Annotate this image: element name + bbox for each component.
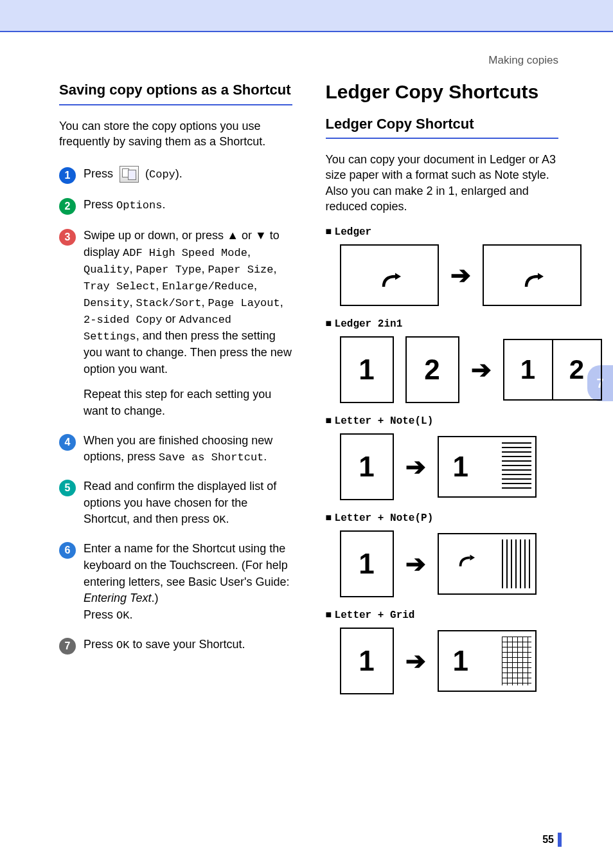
step-2: 2 Press Options. [59, 197, 292, 215]
top-accent-band [0, 0, 613, 32]
arrow-right-icon: ➔ [471, 356, 492, 384]
options-label: Options [116, 199, 162, 212]
label-letter-note-p: Letter + Note(P) [326, 512, 559, 524]
opt-2sided: 2-sided Copy [84, 314, 162, 326]
arrow-right-icon: ➔ [405, 453, 426, 481]
heading-rule [326, 138, 559, 139]
left-heading: Saving copy options as a Shortcut [59, 81, 292, 99]
step7-tail: to save your Shortcut. [129, 638, 245, 651]
opt-stack: Stack/Sort [136, 297, 201, 309]
page-1: 1 [340, 628, 394, 694]
step1-press: Press [84, 167, 116, 180]
arrow-right-icon: ➔ [405, 647, 426, 675]
step-bullet: 6 [59, 542, 76, 559]
save-as-shortcut: Save as Shortcut [159, 451, 263, 464]
page-with-grid: 1 [438, 630, 537, 692]
press: Press [84, 608, 116, 621]
or: or [238, 229, 255, 242]
num-1: 1 [453, 451, 468, 483]
comma: , [155, 279, 162, 292]
step-bullet: 1 [59, 167, 76, 184]
step-bullet: 4 [59, 434, 76, 451]
page-with-lines-h: 1 [438, 436, 537, 498]
opt-layout: Page Layout [208, 297, 280, 309]
copy-icon [120, 166, 139, 183]
or2: or [162, 312, 179, 325]
closeparen: .) [151, 592, 158, 604]
step5-text: Read and confirm the displayed list of o… [84, 480, 276, 525]
opt-paper-type: Paper Type [136, 264, 201, 276]
label-letter-grid: Letter + Grid [326, 609, 559, 621]
ok-label: OK [213, 514, 226, 526]
svg-marker-2 [470, 555, 475, 561]
step-5: 5 Read and confirm the displayed list of… [59, 478, 292, 528]
opt-quality: Quality [84, 264, 129, 276]
left-column: Saving copy options as a Shortcut You ca… [59, 81, 292, 694]
label-letter-note-l: Letter + Note(L) [326, 415, 559, 427]
dot: . [263, 450, 267, 463]
right-column: Ledger Copy Shortcuts Ledger Copy Shortc… [326, 81, 559, 694]
right-intro: You can copy your document in Ledger or … [326, 152, 559, 214]
opt-enlarge: Enlarge/Reduce [162, 280, 254, 293]
diagram-letter-note-l: 1 ➔ 1 [326, 433, 559, 500]
comma: , [254, 279, 257, 292]
rotated-arrow-icon [456, 548, 475, 580]
svg-marker-1 [538, 273, 544, 280]
section-header: Making copies [59, 54, 558, 67]
step3-repeat: Repeat this step for each setting you wa… [84, 388, 271, 417]
press: Press [84, 638, 116, 651]
dot: . [226, 512, 229, 525]
half-2: 2 [553, 339, 602, 401]
intro-text: You can store the copy options you use f… [59, 118, 292, 150]
diagram-letter-grid: 1 ➔ 1 [326, 628, 559, 694]
half-1: 1 [503, 339, 553, 401]
page-landscape [340, 244, 439, 306]
num-1: 1 [453, 645, 468, 677]
label-ledger: Ledger [326, 226, 559, 238]
right-h1: Ledger Copy Shortcuts [326, 81, 559, 103]
step-1: 1 Press (Copy). [59, 166, 292, 184]
arrow-right-icon: ➔ [405, 550, 426, 578]
opt-density: Density [84, 297, 129, 309]
step-3: 3 Swipe up or down, or press ▲ or ▼ to d… [59, 228, 292, 419]
step2-press: Press [84, 198, 116, 211]
comma: , [247, 246, 251, 258]
page-landscape [483, 244, 582, 306]
diagram-letter-note-p: 1 ➔ [326, 530, 559, 597]
right-h2: Ledger Copy Shortcut [326, 116, 559, 132]
page-1: 1 [340, 433, 394, 500]
label-ledger2in1: Ledger 2in1 [326, 318, 559, 330]
comma: , [274, 262, 277, 275]
comma: , [129, 296, 136, 309]
step-bullet: 5 [59, 480, 76, 496]
svg-marker-0 [395, 273, 401, 280]
step-6: 6 Enter a name for the Shortcut using th… [59, 541, 292, 623]
comma: , [280, 296, 283, 309]
dot: . [162, 198, 165, 211]
copy-label: Copy [149, 168, 175, 181]
page-2in1: 1 2 [503, 339, 602, 401]
dot: . [129, 608, 132, 621]
comma: , [201, 296, 208, 309]
ok-label: OK [116, 610, 129, 622]
comma: , [129, 262, 136, 275]
opt-paper-size: Paper Size [208, 264, 273, 276]
down-arrow-icon: ▼ [255, 229, 267, 242]
step-bullet: 7 [59, 638, 76, 655]
opt-tray: Tray Select [84, 280, 155, 293]
opt-adf: ADF High Speed Mode [123, 247, 247, 259]
heading-rule [59, 104, 292, 105]
page-1: 1 [340, 530, 394, 597]
step-bullet: 3 [59, 229, 76, 246]
curved-arrow-icon [378, 266, 401, 285]
diagram-ledger: ➔ [326, 244, 559, 306]
page-with-lines-v [438, 533, 537, 595]
entering-text: Entering Text [84, 592, 151, 604]
page-number: 55 [542, 834, 554, 845]
diagram-ledger2in1: 1 2 ➔ 1 2 [326, 336, 559, 403]
page-1: 1 [340, 336, 394, 403]
step3-line1a: Swipe up or down, or press [84, 229, 227, 242]
page-number-bar [558, 833, 562, 847]
curved-arrow-icon [520, 266, 544, 285]
arrow-right-icon: ➔ [450, 261, 471, 289]
